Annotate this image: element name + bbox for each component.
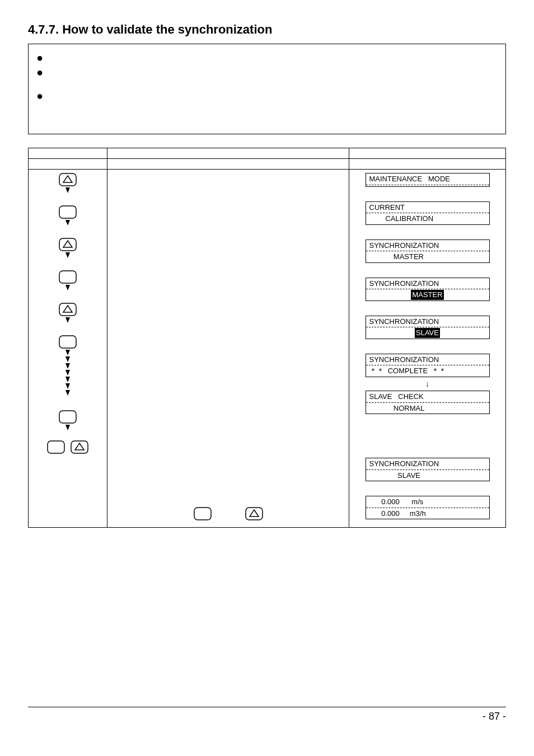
lcd-line-1: MAINTENANCE MODE [366,173,489,185]
blank-key-icon [59,410,77,424]
arrow-down-icon [61,425,74,430]
shift-key-icon [71,440,88,454]
bullet-icon: ● [36,51,498,64]
bullet-icon: ● [36,89,498,102]
bullet-icon: ● [36,65,498,79]
lcd-screen: CURRENT CALIBRATION [366,201,490,225]
arrow-down-icon [61,187,74,193]
blank-key-icon [47,440,65,454]
blank-key-icon [59,270,77,284]
flow-arrow-icon: ↓ [425,379,429,388]
lcd-line-1: 0.000 m/s [366,496,489,508]
arrow-down-icon [61,377,74,382]
blank-key-icon [194,507,212,520]
lcd-line-1: SYNCHRONIZATION [366,240,489,252]
arrow-down-icon [61,363,74,369]
arrow-down-icon [61,220,74,226]
lcd-line-1: SYNCHRONIZATION [366,458,489,470]
shift-key-icon [245,507,263,520]
lcd-line-2: CALIBRATION [366,213,489,224]
arrow-down-icon [61,356,74,362]
arrow-down-icon [61,252,74,258]
lcd-line-2 [366,185,489,186]
arrow-down-icon [61,390,74,396]
blank-key-icon [59,335,77,349]
key-column [29,170,107,527]
lcd-line-1: SLAVE CHECK [366,391,489,403]
arrow-down-icon [61,317,74,323]
arrow-down-icon [61,383,74,389]
lcd-line-1: SYNCHRONIZATION [366,316,489,328]
display-column: MAINTENANCE MODE CURRENT CALIBRATION SYN… [349,170,505,527]
page-number: - 87 - [483,711,506,722]
lcd-line-2: SLAVE [366,470,489,481]
lcd-line-2: 0.000 m3/h [366,508,489,519]
blank-key-icon [59,205,77,219]
lcd-screen: SYNCHRONIZATION MASTER [366,278,490,301]
lcd-line-1: CURRENT [366,202,489,214]
notes-box: ● ● ● [28,44,506,134]
lcd-line-2: SLAVE [366,327,489,339]
shift-key-icon [59,303,77,316]
lcd-line-1: SYNCHRONIZATION [366,354,489,366]
lcd-screen: MAINTENANCE MODE [366,173,490,187]
lcd-screen: 0.000 m/s 0.000 m3/h [366,496,490,519]
lcd-line-2: MASTER [366,251,489,262]
shift-key-icon [59,238,77,251]
arrow-down-icon [61,370,74,375]
section-heading: 4.7.7. How to validate the synchronizati… [28,22,506,37]
procedure-table: MAINTENANCE MODE CURRENT CALIBRATION SYN… [28,148,506,528]
lcd-screen: SYNCHRONIZATION ＊＊ COMPLETE ＊＊ [366,354,490,377]
lcd-line-2: MASTER [366,289,489,300]
lcd-line-2: ＊＊ COMPLETE ＊＊ [366,365,489,377]
lcd-screen: SYNCHRONIZATION SLAVE [366,458,490,481]
shift-key-icon [59,173,77,186]
lcd-line-1: SYNCHRONIZATION [366,278,489,290]
arrow-down-icon [61,350,74,355]
arrow-down-icon [61,285,74,290]
lcd-screen: SLAVE CHECK NORMAL [366,391,490,414]
lcd-screen: SYNCHRONIZATION MASTER [366,240,490,263]
middle-column [107,170,349,527]
page-footer: - 87 - [28,707,506,722]
lcd-line-2: NORMAL [366,403,489,414]
lcd-screen: SYNCHRONIZATION SLAVE [366,316,490,339]
